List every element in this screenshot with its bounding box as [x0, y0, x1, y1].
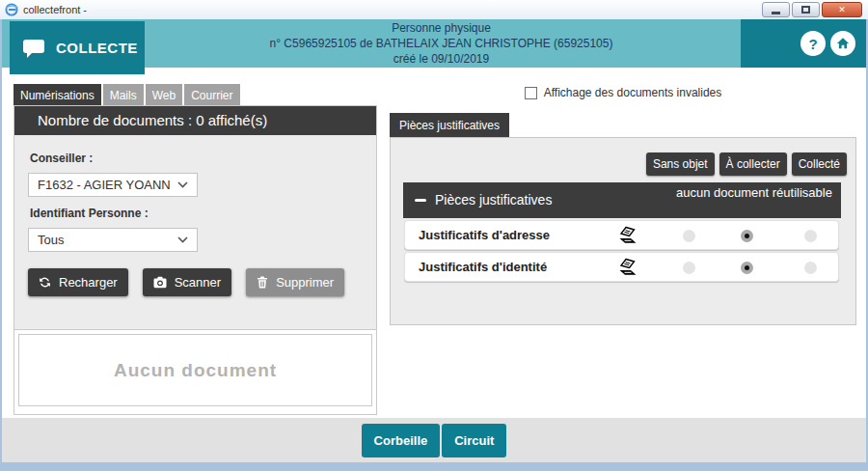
left-tab-bar: Numérisations Mails Web Courrier — [14, 84, 240, 106]
radio-sans-objet[interactable] — [683, 262, 695, 274]
circuit-button[interactable]: Circuit — [442, 424, 506, 457]
invalid-docs-label: Affichage des documents invalides — [544, 86, 722, 99]
person-created-date: créé le 09/10/2019 — [147, 51, 736, 67]
supprimer-button[interactable]: Supprimer — [246, 268, 344, 296]
home-icon — [836, 37, 850, 50]
pieces-justificatives-panel: Sans objet À collecter Collecté Pièces j… — [390, 137, 856, 325]
invalid-docs-row: Affichage des documents invalides — [390, 86, 856, 99]
person-summary: Personne physique n° C5965925105 de BATH… — [147, 19, 736, 68]
person-identity: n° C5965925105 de BATHELAIX JEAN CHRISTO… — [147, 36, 736, 51]
pieces-table-title: Pièces justificatives — [435, 192, 552, 208]
a-collecter-button[interactable]: À collecter — [719, 152, 787, 176]
pj-row-label: Justificatifs d'identité — [419, 260, 547, 274]
radio-a-collecter[interactable] — [741, 262, 753, 274]
collecte-button[interactable]: Collecté — [792, 152, 847, 176]
window-border-left — [0, 19, 2, 471]
empty-documents-message: Aucun document — [18, 334, 372, 406]
supprimer-label: Supprimer — [276, 275, 334, 290]
chevron-down-icon — [177, 181, 188, 188]
pj-row: Justificatifs d'adresse — [404, 220, 839, 250]
recharger-button[interactable]: Recharger — [28, 268, 128, 296]
pj-row: Justificatifs d'identité — [404, 252, 839, 282]
document-filters: Conseiller : F1632 - AGIER YOANN Identif… — [14, 135, 376, 329]
radio-sans-objet[interactable] — [683, 230, 695, 242]
speech-bubble-icon — [22, 38, 45, 59]
scanner-button[interactable]: Scanner — [143, 268, 231, 296]
documents-panel: Nombre de documents : 0 affiché(s) Conse… — [14, 105, 377, 415]
status-actions: Sans objet À collecter Collecté — [391, 152, 847, 176]
radio-collecte[interactable] — [804, 262, 817, 274]
window-title: collectefront - — [23, 4, 87, 15]
scanner-glyph-icon[interactable] — [618, 226, 637, 245]
person-type: Personne physique — [147, 20, 736, 36]
document-count-header: Nombre de documents : 0 affiché(s) — [14, 106, 376, 135]
reusable-docs-note: aucun document réutilisable — [676, 185, 835, 200]
conseiller-select[interactable]: F1632 - AGIER YOANN — [28, 173, 198, 197]
window-border-bottom — [0, 462, 868, 471]
camera-icon — [153, 276, 167, 289]
ie-browser-icon — [5, 3, 18, 16]
sans-objet-button[interactable]: Sans objet — [646, 152, 715, 176]
minimize-icon — [772, 12, 780, 14]
tab-web[interactable]: Web — [146, 84, 182, 106]
corbeille-button[interactable]: Corbeille — [362, 424, 441, 457]
tab-courrier[interactable]: Courrier — [184, 84, 239, 106]
scanner-label: Scanner — [175, 275, 221, 290]
tab-mails[interactable]: Mails — [103, 84, 144, 106]
document-list-area: Aucun document — [14, 329, 376, 414]
header-actions: ? — [741, 19, 866, 68]
pieces-table-header: Pièces justificatives aucun document réu… — [403, 182, 841, 218]
recharger-label: Recharger — [59, 275, 118, 290]
scanner-glyph-icon[interactable] — [618, 258, 637, 277]
collapse-icon[interactable] — [415, 199, 426, 202]
tab-pieces-justificatives[interactable]: Pièces justificatives — [390, 113, 509, 139]
identifiant-select[interactable]: Tous — [28, 228, 198, 252]
radio-a-collecter[interactable] — [741, 230, 753, 242]
footer-bar: Corbeille Circuit — [2, 418, 866, 462]
home-button[interactable] — [830, 31, 855, 56]
radio-collecte[interactable] — [804, 230, 817, 242]
main-content: Numérisations Mails Web Courrier Nombre … — [2, 68, 866, 418]
identifiant-label: Identifiant Personne : — [30, 207, 363, 220]
conseiller-label: Conseiller : — [30, 152, 363, 165]
app-header: COLLECTE Personne physique n° C596592510… — [2, 19, 866, 68]
chevron-down-icon — [177, 236, 188, 243]
window-controls: ✕ — [762, 2, 862, 17]
app-window: collectefront - ✕ COLLECTE Personne phys… — [0, 0, 868, 471]
help-button[interactable]: ? — [800, 31, 826, 56]
maximize-icon — [801, 6, 810, 14]
conseiller-value: F1632 - AGIER YOANN — [38, 178, 171, 192]
invalid-docs-checkbox[interactable] — [525, 87, 537, 99]
title-bar: collectefront - ✕ — [0, 0, 868, 19]
pj-row-label: Justificatifs d'adresse — [419, 228, 550, 242]
trash-icon — [257, 276, 268, 289]
minimize-button[interactable] — [762, 2, 790, 17]
identifiant-value: Tous — [38, 233, 64, 247]
tab-numerisations[interactable]: Numérisations — [14, 84, 101, 106]
app-logo: COLLECTE — [10, 21, 145, 74]
maximize-button[interactable] — [792, 2, 820, 17]
refresh-icon — [39, 276, 51, 289]
document-actions: Recharger Scanner — [28, 268, 363, 296]
close-button[interactable]: ✕ — [822, 2, 862, 17]
app-name: COLLECTE — [56, 40, 138, 56]
